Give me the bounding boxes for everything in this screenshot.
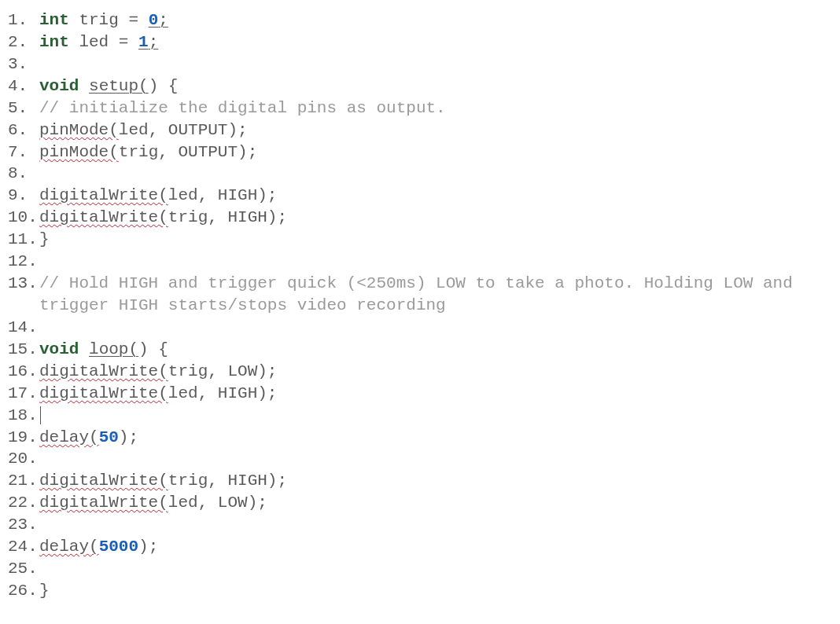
code-content: digitalWrite(trig, HIGH); — [39, 470, 832, 492]
code-content: digitalWrite(trig, LOW); — [39, 361, 832, 383]
code-line: 8. — [8, 163, 832, 185]
code-line: 3. — [8, 53, 832, 75]
code-token: int — [39, 11, 69, 29]
code-token: // Hold HIGH and trigger quick (<250ms) … — [39, 274, 802, 314]
code-token: pinMode( — [39, 121, 119, 139]
code-token: ; — [158, 11, 168, 29]
code-content: } — [39, 229, 832, 251]
code-token: led, OUTPUT); — [119, 121, 248, 139]
code-token: void — [39, 77, 79, 95]
code-token: trig, OUTPUT); — [119, 143, 257, 161]
code-token: digitalWrite( — [39, 494, 168, 512]
line-number: 13. — [8, 273, 39, 295]
code-line: 1.int trig = 0; — [8, 9, 832, 31]
code-token: trig, LOW); — [168, 362, 278, 380]
code-line: 6.pinMode(led, OUTPUT); — [8, 119, 832, 141]
code-token: loop( — [89, 340, 138, 358]
code-line: 4.void setup() { — [8, 75, 832, 97]
code-line: 11.} — [8, 229, 832, 251]
code-token: led, HIGH); — [168, 186, 278, 204]
code-token: } — [39, 582, 50, 600]
code-token: ) { — [149, 77, 179, 95]
line-number: 25. — [8, 558, 39, 580]
code-line: 23. — [8, 514, 832, 536]
code-line: 15.void loop() { — [8, 339, 832, 361]
code-token: digitalWrite( — [39, 208, 168, 226]
code-line: 26.} — [8, 580, 832, 602]
text-cursor — [40, 406, 41, 424]
code-token: digitalWrite( — [39, 384, 168, 402]
code-content: void loop() { — [39, 339, 832, 361]
code-token: led, HIGH); — [168, 384, 278, 402]
code-line: 5.// initialize the digital pins as outp… — [8, 97, 832, 119]
code-content: void setup() { — [39, 75, 832, 97]
code-content — [39, 405, 832, 427]
code-token: setup( — [89, 77, 149, 95]
code-line: 21.digitalWrite(trig, HIGH); — [8, 470, 832, 492]
line-number: 4. — [8, 75, 39, 97]
code-line: 19.delay(50); — [8, 427, 832, 449]
line-number: 6. — [8, 119, 39, 141]
code-line: 7.pinMode(trig, OUTPUT); — [8, 141, 832, 163]
line-number: 19. — [8, 427, 39, 449]
code-token: 0 — [149, 11, 159, 29]
line-number: 22. — [8, 492, 39, 514]
line-number: 11. — [8, 229, 39, 251]
line-number: 16. — [8, 361, 39, 383]
code-listing: 1.int trig = 0;2.int led = 1;3.4.void se… — [8, 9, 832, 602]
code-line: 13.// Hold HIGH and trigger quick (<250m… — [8, 273, 832, 317]
code-token: 1 — [138, 33, 149, 51]
code-token: led, LOW); — [168, 494, 267, 512]
code-token: } — [39, 230, 50, 248]
code-token: 5000 — [99, 538, 138, 556]
code-line: 25. — [8, 558, 832, 580]
line-number: 5. — [8, 97, 39, 119]
line-number: 20. — [8, 448, 39, 470]
code-line: 22.digitalWrite(led, LOW); — [8, 492, 832, 514]
line-number: 14. — [8, 317, 39, 339]
line-number: 26. — [8, 580, 39, 602]
code-token: ); — [119, 428, 138, 446]
line-number: 1. — [8, 9, 39, 31]
code-token: delay( — [39, 538, 99, 556]
code-line: 2.int led = 1; — [8, 31, 832, 53]
code-content: delay(5000); — [39, 536, 832, 558]
code-token: pinMode( — [39, 143, 119, 161]
code-line: 16.digitalWrite(trig, LOW); — [8, 361, 832, 383]
code-token: ; — [149, 33, 159, 51]
code-content: int trig = 0; — [39, 9, 832, 31]
line-number: 17. — [8, 383, 39, 405]
code-line: 24.delay(5000); — [8, 536, 832, 558]
code-token: int — [39, 33, 69, 51]
code-line: 18. — [8, 405, 832, 427]
line-number: 8. — [8, 163, 39, 185]
code-content: pinMode(led, OUTPUT); — [39, 119, 832, 141]
code-token: // initialize the digital pins as output… — [39, 99, 446, 117]
code-token: digitalWrite( — [39, 362, 168, 380]
code-content: digitalWrite(led, LOW); — [39, 492, 832, 514]
code-line: 12. — [8, 251, 832, 273]
code-token: trig, HIGH); — [168, 472, 287, 490]
code-token: ) { — [138, 340, 168, 358]
code-token: trig, HIGH); — [168, 208, 287, 226]
code-token: digitalWrite( — [39, 472, 168, 490]
line-number: 12. — [8, 251, 39, 273]
code-content: digitalWrite(led, HIGH); — [39, 185, 832, 207]
code-line: 14. — [8, 317, 832, 339]
code-token: led = — [69, 33, 138, 51]
code-content: // initialize the digital pins as output… — [39, 97, 832, 119]
code-content: digitalWrite(led, HIGH); — [39, 383, 832, 405]
code-token: trig = — [69, 11, 149, 29]
code-line: 10.digitalWrite(trig, HIGH); — [8, 207, 832, 229]
code-line: 17.digitalWrite(led, HIGH); — [8, 383, 832, 405]
code-token: ); — [138, 538, 158, 556]
code-line: 9.digitalWrite(led, HIGH); — [8, 185, 832, 207]
line-number: 18. — [8, 405, 39, 427]
code-token — [79, 77, 89, 95]
line-number: 21. — [8, 470, 39, 492]
line-number: 10. — [8, 207, 39, 229]
line-number: 23. — [8, 514, 39, 536]
code-content: // Hold HIGH and trigger quick (<250ms) … — [39, 273, 832, 317]
code-content: delay(50); — [39, 427, 832, 449]
code-token — [79, 340, 89, 358]
